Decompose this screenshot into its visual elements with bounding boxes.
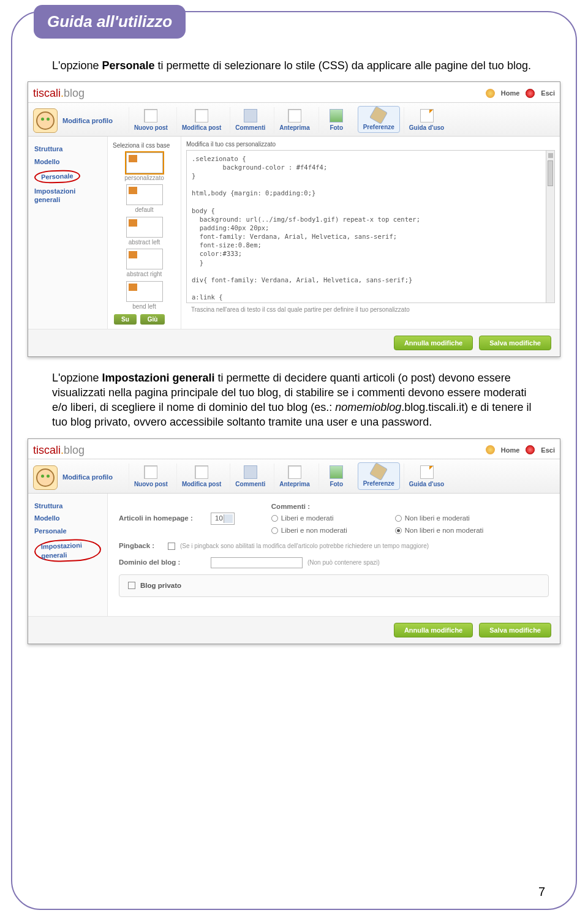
toolbtn-commenti[interactable]: Commenti [230, 464, 270, 490]
css-edit-header: Modifica il tuo css personalizzato [186, 140, 555, 149]
radio-non-liberi-non-moderati[interactable]: Non liberi e non moderati [395, 526, 505, 536]
header-tab: Guida all'utilizzo [34, 5, 186, 39]
sidebar-modello[interactable]: Modello [33, 156, 102, 168]
btn-salva[interactable]: Salva modifiche [479, 623, 551, 637]
content: L'opzione Personale ti permette di selez… [52, 58, 536, 658]
css-textarea[interactable]: .selezionato { background-color : #f4f4f… [186, 150, 555, 303]
edit-post-icon [195, 465, 208, 479]
comments-icon [244, 109, 257, 122]
toolbtn-foto[interactable]: Foto [318, 107, 354, 133]
shot-body: Struttura Modello Personale Impostazioni… [28, 494, 560, 616]
checkbox-blog-privato[interactable] [128, 582, 135, 589]
thumb-abstract-right[interactable] [126, 249, 163, 269]
hint-pingback: (Se i pingback sono abilitati la modific… [180, 542, 429, 551]
preview-icon [288, 465, 301, 479]
sidebar-impostazioni-generali[interactable]: Impostazioni generali [33, 185, 102, 207]
logo: tiscali.blog [33, 86, 85, 100]
preferences-icon [369, 462, 388, 481]
radio-non-liberi-moderati[interactable]: Non liberi e moderati [395, 514, 505, 524]
css-edit-column: Modifica il tuo css personalizzato .sele… [181, 137, 560, 329]
settings-form: Articoli in homepage : 10 Commenti : Lib… [108, 494, 560, 616]
select-articoli[interactable]: 10 [211, 513, 235, 525]
btn-salva[interactable]: Salva modifiche [479, 336, 551, 350]
logout-icon [526, 89, 535, 98]
sidebar-personale[interactable]: Personale [33, 525, 102, 538]
checkbox-pingback[interactable] [168, 543, 175, 550]
logout-icon [526, 445, 535, 454]
input-dominio[interactable] [211, 557, 303, 568]
preferences-icon [369, 106, 388, 124]
btn-annulla[interactable]: Annulla modifiche [394, 623, 473, 637]
sidebar-struttura[interactable]: Struttura [33, 143, 102, 156]
label-commenti: Commenti : [271, 502, 505, 512]
toolbtn-commenti[interactable]: Commenti [230, 107, 270, 133]
top-links: Home Esci [486, 89, 555, 98]
toolbtn-foto[interactable]: Foto [318, 464, 354, 490]
page-number: 7 [538, 885, 545, 899]
shot-header: tiscali.blog Home Esci [28, 82, 560, 102]
top-links: Home Esci [486, 445, 555, 454]
thumb-personalizzato[interactable] [126, 152, 163, 173]
edit-post-icon [195, 109, 208, 122]
label-pingback: Pingback : [119, 541, 168, 551]
radio-liberi-non-moderati[interactable]: Liberi e non moderati [271, 526, 382, 536]
scrollbar[interactable] [546, 151, 554, 303]
btn-giu[interactable]: Giù [140, 314, 165, 325]
btn-su[interactable]: Su [114, 314, 137, 325]
screenshot-impostazioni: tiscali.blog Home Esci Modifica profilo … [28, 438, 560, 644]
avatar [33, 465, 58, 490]
toolbtn-preferenze[interactable]: Preferenze [358, 462, 400, 490]
css-base-column: Seleziona il css base personalizzato def… [108, 137, 181, 329]
sidebar: Struttura Modello Personale Impostazioni… [28, 137, 108, 329]
btn-annulla[interactable]: Annulla modifiche [394, 336, 473, 350]
avatar-block: Modifica profilo [33, 465, 113, 490]
label-dominio: Dominio del blog : [119, 558, 211, 568]
toolbar: Modifica profilo Nuovo post Modifica pos… [28, 459, 560, 494]
toolbtn-nuovo-post[interactable]: Nuovo post [129, 464, 173, 490]
link-modifica-profilo[interactable]: Modifica profilo [62, 473, 113, 482]
toolbtn-modifica-post[interactable]: Modifica post [176, 464, 226, 490]
link-home[interactable]: Home [501, 89, 520, 98]
commenti-options: Liberi e moderati Non liberi e moderati … [271, 514, 505, 535]
avatar [33, 108, 58, 133]
css-base-header: Seleziona il css base [110, 141, 178, 150]
guide-icon [420, 465, 434, 479]
toolbtn-preferenze[interactable]: Preferenze [358, 106, 400, 133]
sidebar: Struttura Modello Personale Impostazioni… [28, 494, 108, 616]
sidebar-modello[interactable]: Modello [33, 512, 102, 525]
guide-icon [420, 109, 434, 122]
sidebar-personale[interactable]: Personale [33, 168, 102, 185]
link-esci[interactable]: Esci [541, 446, 555, 455]
button-row: Annulla modifiche Salva modifiche [28, 616, 560, 644]
link-home[interactable]: Home [501, 446, 520, 455]
link-modifica-profilo[interactable]: Modifica profilo [62, 116, 113, 126]
thumb-default[interactable] [126, 184, 163, 205]
preview-icon [288, 109, 301, 122]
toolbtn-guida[interactable]: Guida d'uso [404, 107, 449, 133]
avatar-block: Modifica profilo [33, 108, 113, 133]
button-row: Annulla modifiche Salva modifiche [28, 329, 560, 356]
shot-body: Struttura Modello Personale Impostazioni… [28, 137, 560, 329]
screenshot-personale: tiscali.blog Home Esci Modifica profilo … [28, 81, 560, 356]
link-esci[interactable]: Esci [541, 89, 555, 98]
new-post-icon [144, 109, 157, 122]
thumb-abstract-left[interactable] [126, 217, 163, 238]
new-post-icon [144, 465, 157, 479]
photo-icon [330, 109, 343, 122]
toolbtn-anteprima[interactable]: Anteprima [274, 464, 314, 490]
toolbtn-guida[interactable]: Guida d'uso [404, 464, 449, 490]
toolbtn-anteprima[interactable]: Anteprima [274, 107, 314, 133]
sidebar-impostazioni-generali[interactable]: Impostazioni generali [33, 538, 102, 563]
toolbtn-modifica-post[interactable]: Modifica post [176, 107, 226, 133]
shot-header: tiscali.blog Home Esci [28, 439, 560, 459]
home-icon [486, 445, 495, 454]
radio-liberi-moderati[interactable]: Liberi e moderati [271, 514, 382, 524]
label-articoli-homepage: Articoli in homepage : [119, 514, 211, 524]
blog-privato-box: Blog privato [119, 574, 549, 598]
header-title: Guida all'utilizzo [47, 12, 172, 31]
label-blog-privato: Blog privato [140, 581, 181, 591]
css-drag-hint: Trascina nell'area di testo il css dal q… [186, 303, 555, 317]
toolbtn-nuovo-post[interactable]: Nuovo post [129, 107, 173, 133]
sidebar-struttura[interactable]: Struttura [33, 500, 102, 513]
thumb-bend-left[interactable] [126, 281, 163, 302]
